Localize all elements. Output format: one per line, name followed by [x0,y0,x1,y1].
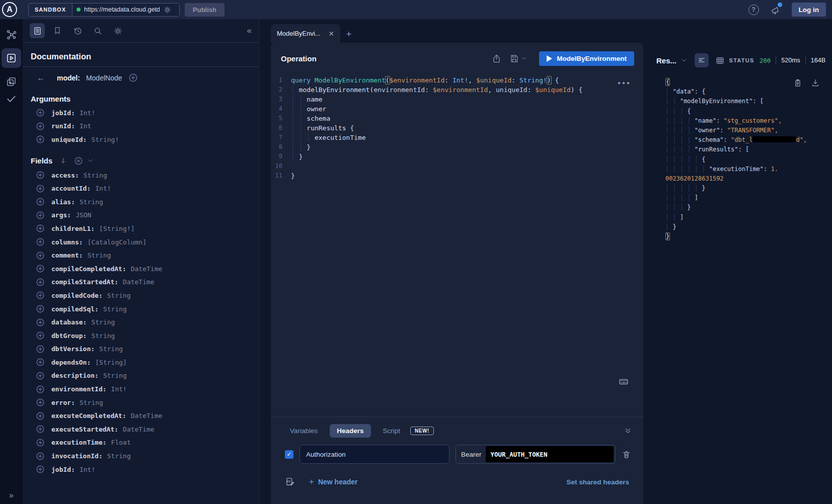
doc-argument-row[interactable]: uniqueId:String! [23,133,259,146]
back-arrow-icon[interactable]: ← [37,73,45,82]
endpoint-url-input[interactable]: https://metadata.cloud.getd [72,4,179,16]
add-to-query-icon[interactable] [36,438,45,447]
expand-rail-icon[interactable]: » [0,491,23,500]
code-line[interactable]: 7│ │ │ executionTime [271,133,643,142]
tab-variables[interactable]: Variables [285,424,323,438]
doc-field-row[interactable]: compiledSql:String [23,302,259,316]
collapse-bottom-panel-icon[interactable] [624,427,632,435]
add-to-query-icon[interactable] [36,385,45,394]
download-response-icon[interactable] [811,78,820,88]
format-table-icon[interactable] [713,53,727,67]
add-to-query-icon[interactable] [36,278,45,287]
editor-overflow-menu-icon[interactable]: ●●● [618,80,631,86]
doc-field-row[interactable]: executeStartedAt:DateTime [23,423,259,436]
search-icon[interactable] [90,23,105,38]
header-value-field[interactable]: Bearer YOUR_AUTH_TOKEN [456,445,616,464]
response-dropdown-chevron-icon[interactable] [680,57,688,64]
doc-field-row[interactable]: alias:String [23,195,259,209]
add-to-query-icon[interactable] [36,331,45,340]
doc-field-row[interactable]: dbtVersion:String [23,343,259,356]
add-to-query-icon[interactable] [36,304,45,313]
code-line[interactable]: 5│ │ schema [271,114,643,123]
code-line[interactable]: 8│ │ } [271,142,643,152]
login-button[interactable]: Log in [792,3,826,17]
doc-field-row[interactable]: dependsOn:[String] [23,356,259,369]
code-line[interactable]: 10 [271,161,643,171]
add-to-query-icon[interactable] [36,345,45,354]
doc-field-row[interactable]: access:String [23,169,259,182]
keyboard-shortcuts-icon[interactable] [618,376,629,387]
doc-field-row[interactable]: executionTime:Float [23,436,259,450]
header-enabled-checkbox[interactable]: ✓ [285,450,293,459]
run-operation-button[interactable]: ModelByEnvironment [539,51,634,66]
operation-tab[interactable]: ModelByEnvi... ✕ [271,24,340,43]
code-line[interactable]: 3│ │ name [271,95,643,104]
saved-operations-icon[interactable] [50,23,65,38]
checks-icon[interactable] [0,90,23,107]
publish-button[interactable]: Publish [185,3,224,17]
add-to-query-icon[interactable] [36,264,45,273]
add-to-query-icon[interactable] [36,224,45,233]
settings-gear-icon[interactable] [110,23,125,38]
announcements-icon[interactable] [770,5,781,15]
doc-field-row[interactable]: error:String [23,396,259,409]
header-name-input[interactable] [299,445,449,464]
add-to-query-icon[interactable] [36,371,45,380]
new-header-button[interactable]: + New header [309,477,358,487]
add-to-query-icon[interactable] [36,135,45,144]
code-line[interactable]: 1query ModelByEnvironment($environmentId… [271,75,643,85]
doc-argument-row[interactable]: jobId:Int! [23,106,259,120]
history-icon[interactable] [70,23,85,38]
add-to-query-icon[interactable] [36,318,45,327]
code-line[interactable]: 9│ } [271,152,643,161]
add-to-query-icon[interactable] [36,291,45,300]
doc-field-row[interactable]: compileCompletedAt:DateTime [23,262,259,276]
add-to-query-icon[interactable] [36,237,45,246]
doc-field-row[interactable]: childrenL1:[String!] [23,222,259,235]
add-to-query-icon[interactable] [36,108,45,117]
code-line[interactable]: 4│ │ owner [271,104,643,114]
documentation-tab-icon[interactable] [30,23,45,38]
doc-field-row[interactable]: accountId:Int! [23,182,259,195]
add-field-icon[interactable] [128,73,138,82]
tab-script[interactable]: Script [378,424,406,438]
doc-field-row[interactable]: compileStartedAt:DateTime [23,276,259,289]
auth-token-value[interactable]: YOUR_AUTH_TOKEN [486,446,614,462]
schema-graph-icon[interactable] [0,26,23,43]
doc-field-row[interactable]: dbtGroup:String [23,329,259,343]
add-to-query-icon[interactable] [36,171,45,180]
set-shared-headers-link[interactable]: Set shared headers [566,478,629,486]
add-to-query-icon[interactable] [36,411,45,421]
add-to-query-icon[interactable] [36,358,45,367]
doc-field-row[interactable]: columns:[CatalogColumn] [23,235,259,249]
add-all-fields-icon[interactable] [74,156,83,165]
add-to-query-icon[interactable] [36,122,45,131]
sort-fields-icon[interactable] [59,157,67,164]
add-to-query-icon[interactable] [36,398,45,407]
breadcrumb-type[interactable]: ModelNode [86,74,122,82]
connection-settings-gear-icon[interactable] [163,6,172,14]
operation-collections-icon[interactable] [0,73,23,90]
code-line[interactable]: 11} [271,171,643,181]
doc-argument-row[interactable]: runId:Int [23,120,259,133]
add-to-query-icon[interactable] [36,197,45,206]
doc-field-row[interactable]: executeCompletedAt:DateTime [23,409,259,423]
doc-field-row[interactable]: invocationId:String [23,449,259,463]
code-line[interactable]: 6│ │ runResults { [271,123,643,133]
delete-header-icon[interactable] [622,450,631,459]
new-tab-button[interactable]: + [340,26,357,43]
doc-field-row[interactable]: compiledCode:String [23,289,259,302]
fields-options-chevron-icon[interactable] [87,157,94,164]
save-operation-group[interactable] [509,54,527,63]
add-to-query-icon[interactable] [36,211,45,220]
tab-headers[interactable]: Headers [330,424,370,438]
add-to-query-icon[interactable] [36,465,45,474]
collapse-docs-icon[interactable]: « [247,26,252,36]
add-to-query-icon[interactable] [36,425,45,434]
doc-field-row[interactable]: jobId:Int! [23,463,259,476]
copy-response-icon[interactable] [793,78,802,88]
doc-field-row[interactable]: description:String [23,369,259,383]
doc-field-row[interactable]: environmentId:Int! [23,382,259,396]
doc-field-row[interactable]: args:JSON [23,209,259,222]
add-to-query-icon[interactable] [36,184,45,193]
